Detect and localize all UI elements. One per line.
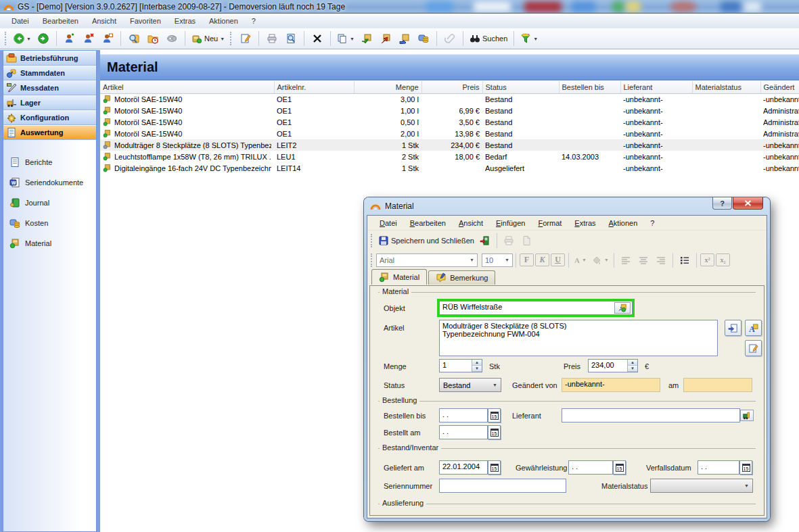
menu-datei[interactable]: Datei: [5, 16, 35, 26]
stepper-up-icon[interactable]: ▲: [628, 360, 637, 366]
bold-button[interactable]: F: [520, 253, 534, 266]
dialog-print-button[interactable]: [500, 233, 518, 249]
sidebar-item-kosten[interactable]: Kosten: [3, 213, 96, 233]
status-select[interactable]: Bestand ▼: [439, 378, 501, 392]
column-header-artikelnr[interactable]: Artikelnr.: [274, 81, 354, 93]
sidebar-item-berichte[interactable]: Berichte: [3, 152, 96, 172]
menu-bearbeiten[interactable]: Bearbeiten: [37, 16, 85, 26]
verfallsdatum-field[interactable]: . .: [698, 460, 739, 475]
column-header-menge[interactable]: Menge: [354, 81, 421, 93]
column-header-bestellen-bis[interactable]: Bestellen bis: [559, 81, 620, 93]
menge-stepper[interactable]: 1 ▲▼: [439, 359, 482, 372]
dialog-menu-datei[interactable]: Datei: [374, 218, 403, 228]
dialog-menu-einfuegen[interactable]: Einfügen: [490, 218, 530, 228]
folder-clock-button[interactable]: [144, 30, 162, 47]
stepper-buttons[interactable]: ▲▼: [472, 360, 482, 372]
delete-button[interactable]: [309, 30, 326, 47]
menu-favoriten[interactable]: Favoriten: [124, 16, 167, 26]
forward-button[interactable]: [35, 30, 52, 47]
align-left-button[interactable]: [617, 252, 635, 268]
toolbar-grip[interactable]: [371, 234, 374, 247]
toolbar-grip[interactable]: [5, 32, 8, 45]
sidebar-group-stammdaten[interactable]: Stammdaten: [3, 66, 96, 80]
dialog-menu-format[interactable]: Format: [532, 218, 567, 228]
stepper-up-icon[interactable]: ▲: [472, 360, 482, 366]
save-close-button[interactable]: Speichern und Schließen: [376, 233, 476, 249]
stepper-down-icon[interactable]: ▼: [628, 366, 637, 372]
gewaehrleistung-field[interactable]: . .: [568, 460, 613, 475]
column-header-artikel[interactable]: Artikel: [100, 81, 274, 93]
underline-button[interactable]: U: [551, 253, 565, 266]
materialstatus-select[interactable]: ▼: [650, 479, 753, 493]
edit-user-button[interactable]: [99, 30, 116, 47]
dialog-menu-ansicht[interactable]: Ansicht: [453, 218, 488, 228]
column-header-status[interactable]: Status: [482, 81, 559, 93]
preview-button[interactable]: [282, 30, 300, 47]
lieferant-picker-button[interactable]: [740, 410, 754, 421]
sidebar-item-seriendokumente[interactable]: W Seriendokumente: [3, 172, 96, 193]
neu-button[interactable]: Neu ▼: [189, 30, 227, 47]
exit-button[interactable]: [476, 233, 494, 249]
column-header-lieferant[interactable]: Lieferant: [620, 81, 692, 93]
import-green-button[interactable]: [358, 30, 375, 47]
bullet-list-button[interactable]: [676, 252, 693, 268]
verfallsdatum-calendar-button[interactable]: 15: [739, 460, 752, 475]
table-row[interactable]: Motoröl SAE-15W40 OE1 1,00 l 6,99 € Best…: [100, 105, 799, 116]
menu-aktionen[interactable]: Aktionen: [203, 16, 244, 26]
attach-button[interactable]: [441, 30, 459, 47]
dialog-menu-aktionen[interactable]: Aktionen: [603, 218, 643, 228]
back-button[interactable]: ▼: [12, 30, 33, 47]
edit-button[interactable]: [237, 30, 254, 47]
font-family-select[interactable]: Arial ▼: [376, 253, 478, 267]
italic-button[interactable]: K: [535, 253, 549, 266]
dialog-menu-bearbeiten[interactable]: Bearbeiten: [405, 218, 451, 228]
import-red-button[interactable]: [377, 30, 394, 47]
tab-material[interactable]: Material: [371, 269, 427, 285]
table-row-selected[interactable]: Modulträger 8 Steckplätze (8 SLOTS) Type…: [100, 139, 799, 151]
dialog-menu-extras[interactable]: Extras: [569, 218, 601, 228]
bestellt-am-field[interactable]: . .: [439, 425, 488, 439]
toolbar-grip[interactable]: [230, 32, 233, 45]
menu-hilfe[interactable]: ?: [246, 16, 262, 26]
artikel-picker-button[interactable]: A: [745, 320, 762, 336]
menu-extras[interactable]: Extras: [168, 16, 202, 26]
sidebar-item-journal[interactable]: Journal: [3, 193, 96, 213]
bestellen-bis-calendar-button[interactable]: 15: [488, 408, 501, 422]
align-right-button[interactable]: [652, 252, 670, 268]
sidebar-group-messdaten[interactable]: ID Messdaten: [3, 80, 96, 95]
bestellen-bis-field[interactable]: . .: [439, 408, 488, 422]
geliefert-am-calendar-button[interactable]: 15: [488, 460, 501, 475]
sidebar-group-auswertung[interactable]: Auswertung: [3, 125, 96, 140]
suchen-button[interactable]: Suchen: [467, 30, 509, 47]
add-user-button[interactable]: [61, 30, 78, 47]
remove-user-button[interactable]: [80, 30, 97, 47]
artikel-edit-button[interactable]: [745, 340, 762, 356]
align-center-button[interactable]: [635, 252, 652, 268]
costs-button[interactable]: [415, 30, 432, 47]
sidebar-group-konfiguration[interactable]: Konfiguration: [3, 110, 96, 125]
filter-button[interactable]: ▼: [518, 30, 540, 47]
lieferant-field[interactable]: [562, 408, 740, 422]
sidebar-group-betriebsfuehrung[interactable]: Betriebsführung: [3, 51, 96, 66]
font-color-button[interactable]: A ▼: [572, 252, 589, 268]
search-folder-button[interactable]: [125, 30, 143, 47]
menu-ansicht[interactable]: Ansicht: [86, 16, 122, 26]
stepper-down-icon[interactable]: ▼: [472, 366, 482, 372]
archive-button[interactable]: [163, 30, 181, 47]
table-row[interactable]: Digitaleingänge 16-fach 24V DC Typenbeze…: [100, 162, 799, 174]
print-button[interactable]: [263, 30, 281, 47]
column-header-preis[interactable]: Preis: [421, 81, 482, 93]
sidebar-item-material[interactable]: Material: [3, 233, 96, 253]
bestellt-am-calendar-button[interactable]: 15: [488, 425, 501, 439]
preis-stepper[interactable]: 234,00 ▲▼: [588, 359, 638, 372]
geliefert-am-field[interactable]: 22.01.2004: [439, 460, 488, 475]
toolbar-grip[interactable]: [371, 253, 374, 267]
objekt-picker-button[interactable]: [614, 302, 631, 314]
table-row[interactable]: Leuchtstofflampe 1x58W (T8, 26 mm) TRILU…: [100, 151, 799, 162]
superscript-button[interactable]: x²: [700, 253, 714, 266]
artikel-field[interactable]: Modulträger 8 Steckplätze (8 SLOTS) Type…: [439, 320, 718, 356]
dialog-menu-hilfe[interactable]: ?: [645, 218, 660, 228]
table-row[interactable]: Motoröl SAE-15W40 OE1 3,00 l Bestand -un…: [100, 93, 799, 105]
font-size-select[interactable]: 10 ▼: [482, 253, 513, 267]
table-row[interactable]: Motoröl SAE-15W40 OE1 2,00 l 13,98 € Bes…: [100, 128, 799, 139]
